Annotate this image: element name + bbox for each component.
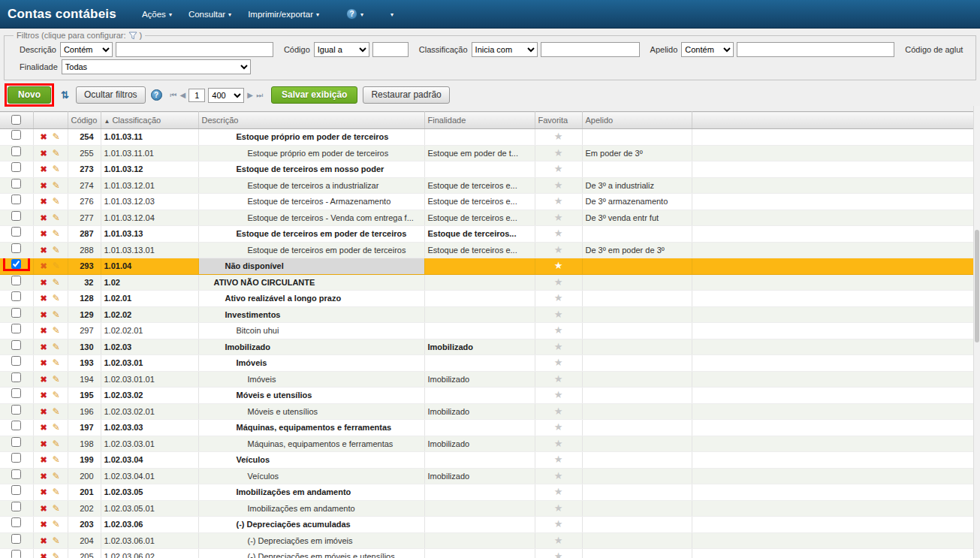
row-checkbox[interactable] xyxy=(11,502,21,511)
edit-icon[interactable]: ✎ xyxy=(53,422,60,433)
menu-acoes[interactable]: Ações ▾ xyxy=(142,10,172,19)
row-checkbox[interactable] xyxy=(11,195,21,204)
page-number-input[interactable] xyxy=(188,89,205,102)
filter-descricao-input[interactable] xyxy=(116,42,273,57)
row-checkbox[interactable] xyxy=(11,405,21,415)
row-checkbox[interactable] xyxy=(11,550,21,558)
favorite-star-icon[interactable]: ★ xyxy=(554,438,563,449)
row-checkbox[interactable] xyxy=(11,243,21,253)
filter-classificacao-input[interactable] xyxy=(541,42,640,57)
row-checkbox[interactable] xyxy=(11,179,21,189)
edit-icon[interactable]: ✎ xyxy=(53,551,60,558)
favorite-star-icon[interactable]: ★ xyxy=(554,244,563,255)
edit-icon[interactable]: ✎ xyxy=(53,293,60,303)
table-row[interactable]: ✖✎ 276 1.01.03.12.03 Estoque de terceiro… xyxy=(0,194,980,210)
table-row[interactable]: ✖✎ 193 1.02.03.01 Imóveis ★ xyxy=(0,355,980,372)
edit-icon[interactable]: ✎ xyxy=(53,131,60,142)
row-checkbox[interactable] xyxy=(11,469,21,479)
novo-button[interactable]: Novo xyxy=(8,86,51,104)
delete-icon[interactable]: ✖ xyxy=(41,552,47,558)
edit-icon[interactable]: ✎ xyxy=(53,519,60,529)
filter-descricao-operator[interactable]: Contém xyxy=(60,42,113,57)
favorite-star-icon[interactable]: ★ xyxy=(554,389,563,400)
table-row[interactable]: ✖✎ 288 1.01.03.13.01 Estoque de terceiro… xyxy=(0,242,980,258)
edit-icon[interactable]: ✎ xyxy=(53,277,60,288)
table-row[interactable]: ✖✎ 277 1.01.03.12.04 Estoque de terceiro… xyxy=(0,210,980,226)
row-checkbox[interactable] xyxy=(11,211,21,221)
delete-icon[interactable]: ✖ xyxy=(41,261,47,270)
column-header-favorita[interactable]: Favorita xyxy=(535,112,582,129)
restaurar-padrao-button[interactable]: Restaurar padrão xyxy=(363,86,449,104)
help-icon-toolbar[interactable]: ? xyxy=(151,89,162,101)
delete-icon[interactable]: ✖ xyxy=(41,164,47,173)
edit-icon[interactable]: ✎ xyxy=(53,213,60,223)
row-checkbox[interactable] xyxy=(11,421,21,430)
table-row[interactable]: ✖✎ 203 1.02.03.06 (-) Depreciações acumu… xyxy=(0,517,980,533)
filter-codigo-input[interactable] xyxy=(372,42,409,57)
delete-icon[interactable]: ✖ xyxy=(41,149,47,158)
delete-icon[interactable]: ✖ xyxy=(41,246,47,255)
delete-icon[interactable]: ✖ xyxy=(41,326,47,335)
table-row[interactable]: ✖✎ 199 1.02.03.04 Veículos ★ xyxy=(0,452,980,469)
edit-icon[interactable]: ✎ xyxy=(53,503,60,514)
table-row[interactable]: ✖✎ 297 1.02.02.01 Bitcoin uhui ★ xyxy=(0,323,980,339)
edit-icon[interactable]: ✎ xyxy=(53,245,60,255)
delete-icon[interactable]: ✖ xyxy=(41,342,47,351)
table-row[interactable]: ✖✎ 197 1.02.03.03 Máquinas, equipamentos… xyxy=(0,420,980,436)
favorite-star-icon[interactable]: ★ xyxy=(554,212,563,223)
row-checkbox[interactable] xyxy=(11,130,21,140)
favorite-star-icon[interactable]: ★ xyxy=(554,502,563,514)
filter-apelido-input[interactable] xyxy=(737,42,894,57)
page-size-select[interactable]: 400 xyxy=(208,88,244,103)
table-row[interactable]: ✖✎ 194 1.02.03.01.01 Imóveis Imobilizado… xyxy=(0,371,980,388)
delete-icon[interactable]: ✖ xyxy=(41,229,47,238)
row-checkbox[interactable] xyxy=(11,291,21,301)
edit-icon[interactable]: ✎ xyxy=(53,471,60,481)
favorite-star-icon[interactable]: ★ xyxy=(554,228,563,239)
delete-icon[interactable]: ✖ xyxy=(41,132,47,141)
edit-icon[interactable]: ✎ xyxy=(53,228,60,239)
table-row[interactable]: ✖✎ 195 1.02.03.02 Móveis e utensílios ★ xyxy=(0,388,980,404)
favorite-star-icon[interactable]: ★ xyxy=(554,357,563,368)
edit-icon[interactable]: ✎ xyxy=(53,535,60,546)
delete-icon[interactable]: ✖ xyxy=(41,407,47,416)
row-checkbox[interactable] xyxy=(11,340,21,350)
table-row[interactable]: ✖✎ 204 1.02.03.06.01 (-) Depreciações em… xyxy=(0,532,980,549)
favorite-star-icon[interactable]: ★ xyxy=(554,163,563,174)
row-checkbox[interactable] xyxy=(11,308,21,318)
row-checkbox[interactable] xyxy=(11,534,21,544)
favorite-star-icon[interactable]: ★ xyxy=(554,470,563,481)
table-row[interactable]: ✖✎ 255 1.01.03.11.01 Estoque próprio em … xyxy=(0,145,980,161)
edit-icon[interactable]: ✎ xyxy=(53,325,60,336)
table-row[interactable]: ✖✎ 201 1.02.03.05 Imobilizações em andam… xyxy=(0,484,980,501)
delete-icon[interactable]: ✖ xyxy=(41,423,47,432)
salvar-exibicao-button[interactable]: Salvar exibição xyxy=(271,86,357,104)
favorite-star-icon[interactable]: ★ xyxy=(554,454,563,465)
refresh-icon[interactable]: ⇅ xyxy=(61,89,69,101)
table-row[interactable]: ✖✎ 205 1.02.03.06.02 (-) Depreciações em… xyxy=(0,549,980,558)
row-checkbox[interactable] xyxy=(11,437,21,447)
column-header-codigo[interactable]: Código xyxy=(68,112,101,129)
favorite-star-icon[interactable]: ★ xyxy=(554,179,563,191)
favorite-star-icon[interactable]: ★ xyxy=(554,406,563,417)
table-row[interactable]: ✖✎ 198 1.02.03.03.01 Máquinas, equipamen… xyxy=(0,436,980,452)
favorite-star-icon[interactable]: ★ xyxy=(554,309,563,320)
table-row[interactable]: ✖✎ 202 1.02.03.05.01 Imobilizações em an… xyxy=(0,500,980,517)
favorite-star-icon[interactable]: ★ xyxy=(554,147,563,158)
delete-icon[interactable]: ✖ xyxy=(41,439,47,448)
delete-icon[interactable]: ✖ xyxy=(41,487,47,496)
filters-legend[interactable]: Filtros (clique para configurar: ) xyxy=(14,31,145,40)
row-checkbox[interactable] xyxy=(11,324,21,333)
favorite-star-icon[interactable]: ★ xyxy=(554,292,563,303)
table-row[interactable]: ✖✎ 273 1.01.03.12 Estoque de terceiros e… xyxy=(0,161,980,178)
table-row[interactable]: ✖✎ 196 1.02.03.02.01 Móveis e utensílios… xyxy=(0,403,980,420)
ocultar-filtros-button[interactable]: Ocultar filtros xyxy=(76,86,146,104)
delete-icon[interactable]: ✖ xyxy=(41,278,47,287)
delete-icon[interactable]: ✖ xyxy=(41,455,47,464)
prev-page-icon[interactable]: ◀ xyxy=(180,91,186,99)
delete-icon[interactable]: ✖ xyxy=(41,536,47,545)
column-header-descricao[interactable]: Descrição xyxy=(198,112,424,129)
filter-apelido-operator[interactable]: Contém xyxy=(681,42,734,57)
edit-icon[interactable]: ✎ xyxy=(53,487,60,497)
scrollbar-thumb[interactable] xyxy=(975,230,979,342)
